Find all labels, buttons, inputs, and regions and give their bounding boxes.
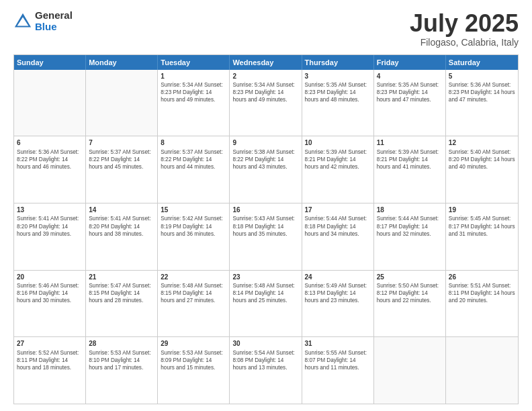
- day-number: 18: [377, 205, 443, 215]
- day-number: 24: [305, 273, 371, 282]
- cell-content: Sunrise: 5:43 AM Sunset: 8:18 PM Dayligh…: [232, 215, 298, 237]
- day-number: 30: [232, 339, 298, 349]
- day-cell-9: 9Sunrise: 5:38 AM Sunset: 8:22 PM Daylig…: [230, 136, 302, 203]
- cell-content: Sunrise: 5:45 AM Sunset: 8:17 PM Dayligh…: [449, 215, 515, 237]
- cell-content: Sunrise: 5:34 AM Sunset: 8:23 PM Dayligh…: [161, 81, 226, 103]
- day-number: 2: [232, 72, 298, 81]
- day-number: 6: [17, 138, 83, 148]
- cell-content: Sunrise: 5:46 AM Sunset: 8:16 PM Dayligh…: [17, 282, 83, 304]
- day-cell-2: 2Sunrise: 5:34 AM Sunset: 8:23 PM Daylig…: [230, 70, 302, 136]
- day-cell-25: 25Sunrise: 5:50 AM Sunset: 8:12 PM Dayli…: [374, 271, 446, 337]
- cell-content: Sunrise: 5:47 AM Sunset: 8:15 PM Dayligh…: [89, 282, 154, 304]
- day-number: 1: [161, 72, 226, 81]
- day-number: 23: [232, 273, 298, 282]
- month-title: July 2025: [410, 10, 519, 37]
- day-cell-26: 26Sunrise: 5:51 AM Sunset: 8:11 PM Dayli…: [446, 271, 518, 337]
- cell-content: Sunrise: 5:54 AM Sunset: 8:08 PM Dayligh…: [232, 349, 298, 371]
- day-number: 17: [305, 205, 371, 215]
- logo: General Blue: [13, 10, 73, 32]
- logo-blue: Blue: [35, 21, 73, 33]
- day-number: 22: [161, 273, 226, 282]
- empty-cell: [86, 70, 158, 136]
- day-number: 28: [89, 339, 154, 349]
- cell-content: Sunrise: 5:36 AM Sunset: 8:23 PM Dayligh…: [449, 81, 515, 103]
- cell-content: Sunrise: 5:50 AM Sunset: 8:12 PM Dayligh…: [377, 282, 443, 304]
- cell-content: Sunrise: 5:35 AM Sunset: 8:23 PM Dayligh…: [377, 81, 443, 103]
- day-cell-13: 13Sunrise: 5:41 AM Sunset: 8:20 PM Dayli…: [14, 203, 86, 270]
- day-number: 26: [449, 273, 515, 282]
- day-header-tuesday: Tuesday: [158, 55, 230, 70]
- day-header-thursday: Thursday: [302, 55, 374, 70]
- day-number: 3: [305, 72, 371, 81]
- day-cell-14: 14Sunrise: 5:41 AM Sunset: 8:20 PM Dayli…: [86, 203, 158, 270]
- day-cell-7: 7Sunrise: 5:37 AM Sunset: 8:22 PM Daylig…: [86, 136, 158, 203]
- cell-content: Sunrise: 5:42 AM Sunset: 8:19 PM Dayligh…: [161, 215, 226, 237]
- day-cell-15: 15Sunrise: 5:42 AM Sunset: 8:19 PM Dayli…: [158, 203, 230, 270]
- day-number: 21: [89, 273, 154, 282]
- day-cell-24: 24Sunrise: 5:49 AM Sunset: 8:13 PM Dayli…: [302, 271, 374, 337]
- day-number: 27: [17, 339, 83, 349]
- day-number: 16: [232, 205, 298, 215]
- day-cell-31: 31Sunrise: 5:55 AM Sunset: 8:07 PM Dayli…: [302, 337, 374, 404]
- day-cell-17: 17Sunrise: 5:44 AM Sunset: 8:18 PM Dayli…: [302, 203, 374, 270]
- week-row-2: 6Sunrise: 5:36 AM Sunset: 8:22 PM Daylig…: [14, 136, 518, 203]
- header: General Blue July 2025 Filogaso, Calabri…: [13, 10, 519, 48]
- day-header-friday: Friday: [374, 55, 446, 70]
- cell-content: Sunrise: 5:40 AM Sunset: 8:20 PM Dayligh…: [449, 148, 515, 171]
- week-row-3: 13Sunrise: 5:41 AM Sunset: 8:20 PM Dayli…: [14, 203, 518, 271]
- logo-general: General: [35, 10, 73, 21]
- day-cell-12: 12Sunrise: 5:40 AM Sunset: 8:20 PM Dayli…: [446, 136, 518, 203]
- day-cell-18: 18Sunrise: 5:44 AM Sunset: 8:17 PM Dayli…: [374, 203, 446, 270]
- cell-content: Sunrise: 5:51 AM Sunset: 8:11 PM Dayligh…: [449, 282, 515, 304]
- day-number: 25: [377, 273, 443, 282]
- empty-cell: [446, 337, 518, 404]
- empty-cell: [374, 337, 446, 404]
- calendar-header: SundayMondayTuesdayWednesdayThursdayFrid…: [14, 55, 518, 70]
- day-number: 9: [232, 138, 298, 148]
- cell-content: Sunrise: 5:35 AM Sunset: 8:23 PM Dayligh…: [305, 81, 371, 103]
- day-number: 14: [89, 205, 154, 215]
- logo-icon: [13, 12, 32, 31]
- cell-content: Sunrise: 5:36 AM Sunset: 8:22 PM Dayligh…: [17, 148, 83, 171]
- day-number: 8: [161, 138, 226, 148]
- cell-content: Sunrise: 5:44 AM Sunset: 8:17 PM Dayligh…: [377, 215, 443, 237]
- empty-cell: [14, 70, 86, 136]
- cell-content: Sunrise: 5:38 AM Sunset: 8:22 PM Dayligh…: [232, 148, 298, 171]
- day-number: 10: [305, 138, 371, 148]
- logo-text: General Blue: [35, 10, 73, 32]
- title-block: July 2025 Filogaso, Calabria, Italy: [410, 10, 519, 48]
- calendar: SundayMondayTuesdayWednesdayThursdayFrid…: [13, 54, 519, 404]
- day-number: 13: [17, 205, 83, 215]
- day-header-saturday: Saturday: [446, 55, 518, 70]
- day-cell-4: 4Sunrise: 5:35 AM Sunset: 8:23 PM Daylig…: [374, 70, 446, 136]
- day-cell-20: 20Sunrise: 5:46 AM Sunset: 8:16 PM Dayli…: [14, 271, 86, 337]
- cell-content: Sunrise: 5:39 AM Sunset: 8:21 PM Dayligh…: [305, 148, 371, 171]
- day-header-sunday: Sunday: [14, 55, 86, 70]
- page: General Blue July 2025 Filogaso, Calabri…: [0, 0, 532, 411]
- day-number: 15: [161, 205, 226, 215]
- day-cell-3: 3Sunrise: 5:35 AM Sunset: 8:23 PM Daylig…: [302, 70, 374, 136]
- day-cell-16: 16Sunrise: 5:43 AM Sunset: 8:18 PM Dayli…: [230, 203, 302, 270]
- cell-content: Sunrise: 5:48 AM Sunset: 8:14 PM Dayligh…: [232, 282, 298, 304]
- day-cell-27: 27Sunrise: 5:52 AM Sunset: 8:11 PM Dayli…: [14, 337, 86, 404]
- day-cell-5: 5Sunrise: 5:36 AM Sunset: 8:23 PM Daylig…: [446, 70, 518, 136]
- week-row-1: 1Sunrise: 5:34 AM Sunset: 8:23 PM Daylig…: [14, 70, 518, 137]
- day-cell-23: 23Sunrise: 5:48 AM Sunset: 8:14 PM Dayli…: [230, 271, 302, 337]
- day-cell-28: 28Sunrise: 5:53 AM Sunset: 8:10 PM Dayli…: [86, 337, 158, 404]
- day-number: 29: [161, 339, 226, 349]
- day-cell-10: 10Sunrise: 5:39 AM Sunset: 8:21 PM Dayli…: [302, 136, 374, 203]
- day-number: 20: [17, 273, 83, 282]
- day-number: 31: [305, 339, 371, 349]
- cell-content: Sunrise: 5:34 AM Sunset: 8:23 PM Dayligh…: [232, 81, 298, 103]
- cell-content: Sunrise: 5:41 AM Sunset: 8:20 PM Dayligh…: [89, 215, 154, 237]
- day-number: 4: [377, 72, 443, 81]
- day-cell-11: 11Sunrise: 5:39 AM Sunset: 8:21 PM Dayli…: [374, 136, 446, 203]
- day-cell-29: 29Sunrise: 5:53 AM Sunset: 8:09 PM Dayli…: [158, 337, 230, 404]
- day-number: 5: [449, 72, 515, 81]
- cell-content: Sunrise: 5:39 AM Sunset: 8:21 PM Dayligh…: [377, 148, 443, 171]
- cell-content: Sunrise: 5:52 AM Sunset: 8:11 PM Dayligh…: [17, 349, 83, 371]
- day-number: 7: [89, 138, 154, 148]
- cell-content: Sunrise: 5:55 AM Sunset: 8:07 PM Dayligh…: [305, 349, 371, 371]
- week-row-5: 27Sunrise: 5:52 AM Sunset: 8:11 PM Dayli…: [14, 337, 518, 404]
- day-number: 19: [449, 205, 515, 215]
